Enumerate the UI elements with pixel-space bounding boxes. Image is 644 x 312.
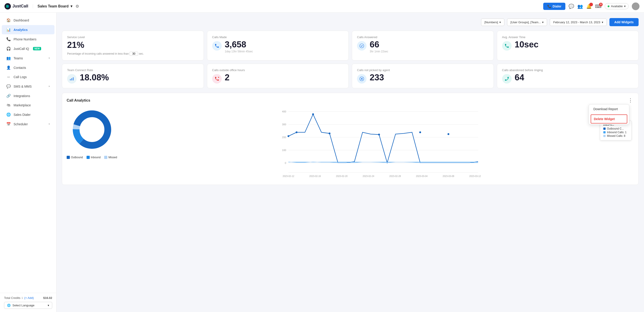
sidebar-item-dashboard[interactable]: 🏠 Dashboard xyxy=(2,15,54,25)
avg-answer-numbers: 10sec xyxy=(515,40,539,49)
language-label: Select Language xyxy=(12,304,34,307)
sidebar-item-teams[interactable]: 👥 Teams ▾ xyxy=(2,53,54,63)
legend-outbound: Outbound xyxy=(67,156,83,159)
svg-text:200: 200 xyxy=(282,136,286,139)
layout: 🏠 Dashboard 📊 Analytics 📞 Phone Numbers … xyxy=(0,0,644,312)
date-chevron-icon: ▾ xyxy=(602,20,603,24)
calls-outside-content: 2 xyxy=(212,73,344,83)
phone-icon: 📞 xyxy=(6,37,11,41)
board-title-btn[interactable]: Sales Team Board ▾ xyxy=(33,4,72,8)
sidebar-item-marketplace[interactable]: 🛍 Marketplace xyxy=(2,101,54,110)
sidebar-item-call-logs[interactable]: ↔ Call Logs xyxy=(2,72,54,81)
svg-text:2023-02-28: 2023-02-28 xyxy=(389,175,401,177)
svg-point-34 xyxy=(288,135,290,137)
sidebar-item-sms-mms[interactable]: 💬 SMS & MMS ▾ xyxy=(2,82,54,91)
sidebar-item-label: Call Logs xyxy=(14,75,27,79)
sidebar-item-label: Integrations xyxy=(14,94,30,98)
calls-not-picked-icon xyxy=(357,74,366,83)
team-connect-numbers: 18.08% xyxy=(80,73,109,82)
calls-answered-label: Calls Answered xyxy=(357,35,488,39)
teams-icon: 👥 xyxy=(6,56,11,60)
sidebar-item-label: Sales Dialer xyxy=(14,113,30,116)
calls-made-icon xyxy=(212,41,222,50)
chart-more-button[interactable]: ⋮ xyxy=(627,97,634,103)
sidebar-item-contacts[interactable]: 👤 Contacts xyxy=(2,63,54,72)
main-content: [Numbers] ▾ [User Groups], [Team... ▾ Fe… xyxy=(56,13,644,312)
sidebar-item-integrations[interactable]: 🔗 Integrations xyxy=(2,91,54,100)
dialer-label: Dialer xyxy=(553,4,562,8)
sidebar-item-label: Teams xyxy=(14,56,23,60)
date-filter[interactable]: February 12, 2023 - March 13, 2023 ▾ xyxy=(550,18,606,26)
avg-answer-icon xyxy=(502,41,512,50)
sidebar-item-justcall-iq[interactable]: 🎧 JustCall IQ NEW xyxy=(2,44,54,53)
chart-context-menu: Download Report Delete Widget xyxy=(589,104,629,125)
calls-answered-content: 66 3hr 1min 22sec xyxy=(357,40,488,53)
svg-text:2023-02-16: 2023-02-16 xyxy=(309,175,321,177)
add-credits-link[interactable]: (+ Add) xyxy=(24,296,34,300)
sms-chevron-icon: ▾ xyxy=(48,85,50,88)
svg-rect-4 xyxy=(70,79,71,80)
calls-answered-icon xyxy=(357,41,366,50)
status-label: Available xyxy=(611,4,623,8)
avatar-button[interactable] xyxy=(632,2,640,10)
team-connect-value: 18.08% xyxy=(80,73,109,82)
sidebar-footer: Total Credits ℹ (+ Add) $16.02 🌐 Select … xyxy=(0,293,56,312)
numbers-filter[interactable]: [Numbers] ▾ xyxy=(481,18,504,26)
calls-outside-value: 2 xyxy=(225,73,230,82)
users-button[interactable]: 👥 xyxy=(577,3,583,9)
groups-filter[interactable]: [User Groups], [Team... ▾ xyxy=(507,18,547,26)
avg-answer-value: 10sec xyxy=(515,40,539,49)
calls-made-label: Calls Made xyxy=(212,35,344,39)
date-filter-label: February 12, 2023 - March 13, 2023 xyxy=(553,20,600,24)
line-chart-area: 400 300 200 100 0 2023-02-12 2023-02-16 … xyxy=(124,107,634,180)
logo-icon xyxy=(4,3,11,9)
sidebar-item-label: SMS & MMS xyxy=(14,85,32,88)
metric-card-calls-answered: Calls Answered 66 3hr 1min 22sec xyxy=(352,31,494,60)
svg-text:2023-02-12: 2023-02-12 xyxy=(283,175,294,177)
dialer-button[interactable]: 📞 Dialer xyxy=(543,3,566,10)
chat-button[interactable]: 💬 xyxy=(568,3,574,9)
users-icon: 👥 xyxy=(577,4,583,9)
keypad-button[interactable]: ⌨ 6 xyxy=(595,3,602,9)
download-report-item[interactable]: Download Report xyxy=(589,104,629,114)
add-widgets-button[interactable]: Add Widgets xyxy=(610,18,638,26)
status-dropdown[interactable]: Available ▾ xyxy=(605,3,629,9)
metrics-row-1: Service Level 21% Percentage of incoming… xyxy=(62,31,638,60)
calls-answered-value: 66 xyxy=(370,40,388,49)
sidebar-item-phone-numbers[interactable]: 📞 Phone Numbers xyxy=(2,34,54,44)
scheduler-icon: 📅 xyxy=(6,122,11,126)
calls-abandoned-icon xyxy=(502,74,512,83)
lang-icon: 🌐 xyxy=(7,304,10,307)
service-level-desc: Percentage of incoming calls answered in… xyxy=(67,52,198,56)
svg-point-37 xyxy=(329,133,330,134)
groups-chevron-icon: ▾ xyxy=(542,20,544,24)
board-chevron-icon: ▾ xyxy=(70,4,72,8)
topnav-left: JustCall Sales Team Board ▾ ⚙ xyxy=(4,3,79,9)
sidebar-nav: 🏠 Dashboard 📊 Analytics 📞 Phone Numbers … xyxy=(0,13,56,293)
scheduler-chevron-icon: ▾ xyxy=(48,123,50,125)
sidebar-item-label: Dashboard xyxy=(14,18,29,22)
sidebar-item-label: Scheduler xyxy=(14,122,28,126)
outbound-line xyxy=(288,114,478,163)
service-sec-input[interactable] xyxy=(130,52,138,56)
notification-badge xyxy=(589,3,593,6)
calls-outside-icon xyxy=(212,74,222,83)
service-level-label: Service Level xyxy=(67,35,198,39)
credits-row: Total Credits ℹ (+ Add) $16.02 xyxy=(4,296,52,300)
settings-button[interactable]: ⚙ xyxy=(76,4,79,9)
status-chevron-icon: ▾ xyxy=(624,4,626,8)
delete-widget-item[interactable]: Delete Widget xyxy=(591,114,627,123)
svg-point-40 xyxy=(448,133,450,135)
sidebar-item-sales-dialer[interactable]: 🌐 Sales Dialer xyxy=(2,110,54,119)
svg-text:100: 100 xyxy=(282,149,286,151)
calls-abandoned-content: 64 xyxy=(502,73,634,83)
language-select[interactable]: 🌐 Select Language ▾ xyxy=(4,302,52,309)
numbers-chevron-icon: ▾ xyxy=(500,20,501,24)
svg-text:2023-03-08: 2023-03-08 xyxy=(443,175,454,177)
notifications-button[interactable]: 🔔 xyxy=(586,3,592,9)
sidebar-item-analytics[interactable]: 📊 Analytics xyxy=(2,25,54,34)
sidebar-item-scheduler[interactable]: 📅 Scheduler ▾ xyxy=(2,119,54,129)
avg-answer-content: 10sec xyxy=(502,40,634,50)
svg-rect-5 xyxy=(72,78,72,80)
metrics-row-2: Team Connect Rate 18.08% Calls outside o… xyxy=(62,64,638,88)
